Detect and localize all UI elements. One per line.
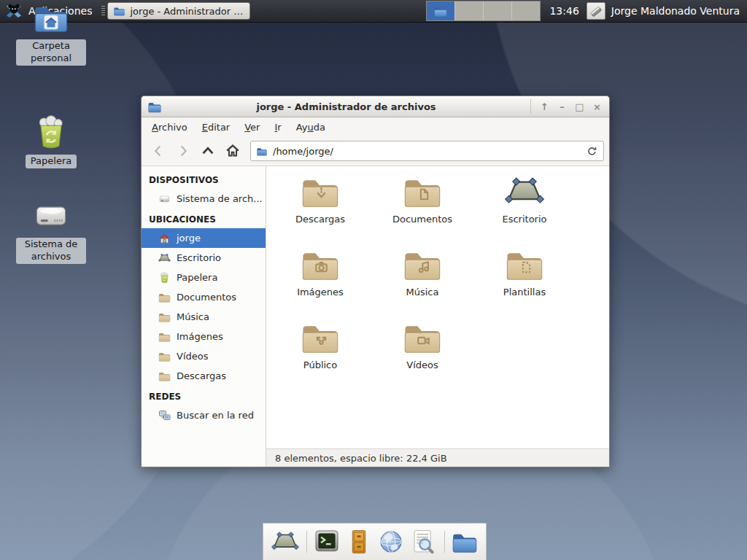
file-label: Documentos bbox=[392, 214, 452, 225]
dock-file-search-button[interactable] bbox=[409, 526, 437, 558]
dock-file-cabinet-button[interactable] bbox=[344, 526, 373, 558]
folder-icon bbox=[147, 101, 162, 113]
desktop-icon-label: Papelera bbox=[26, 155, 77, 168]
drive-icon bbox=[158, 193, 171, 205]
desktop-icon-label: Sistema de archivos bbox=[16, 238, 86, 264]
up-button[interactable] bbox=[196, 140, 220, 162]
sidebar-places-list: jorge Escritorio Papelera Documentos bbox=[142, 228, 266, 386]
trash-icon bbox=[158, 272, 171, 284]
sidebar-devices-list: Sistema de arch... bbox=[142, 189, 266, 209]
statusbar: 8 elementos, espacio libre: 22,4 GiB bbox=[266, 448, 609, 467]
folder-icon bbox=[256, 147, 268, 156]
menubar: ArchivoEditarVerIrAyuda bbox=[142, 117, 609, 136]
taskbar-window-button[interactable]: jorge - Administrador de... bbox=[107, 2, 250, 20]
desktop-icon-home[interactable]: Carpeta personal bbox=[16, 0, 86, 66]
file-musica[interactable]: Música bbox=[371, 248, 473, 321]
file-plantillas[interactable]: Plantillas bbox=[473, 248, 576, 321]
user-applet-button[interactable] bbox=[587, 2, 605, 20]
dock-terminal-button[interactable] bbox=[312, 526, 341, 558]
sidebar-item-escritorio[interactable]: Escritorio bbox=[142, 248, 266, 268]
home-button[interactable] bbox=[221, 140, 244, 162]
file-videos[interactable]: Vídeos bbox=[371, 321, 473, 394]
file-label: Público bbox=[303, 359, 337, 370]
file-manager-window: jorge - Administrador de archivos ↑–□× A… bbox=[141, 96, 610, 467]
menu-ir[interactable]: Ir bbox=[267, 120, 288, 135]
file-view: Descargas Documentos bbox=[266, 166, 609, 448]
file-descargas[interactable]: Descargas bbox=[269, 175, 371, 248]
workspace-switcher bbox=[426, 1, 541, 21]
em-video-icon bbox=[414, 330, 433, 349]
globe-icon bbox=[377, 529, 405, 555]
shade-button[interactable]: ↑ bbox=[537, 99, 552, 114]
statusbar-text: 8 elementos, espacio libre: 22,4 GiB bbox=[275, 453, 447, 464]
back-button[interactable] bbox=[147, 140, 170, 162]
path-entry[interactable]: /home/jorge/ bbox=[250, 141, 604, 161]
bottom-dock bbox=[263, 523, 487, 560]
cabinet-icon bbox=[345, 529, 373, 555]
sidebar-item-papelera[interactable]: Papelera bbox=[142, 268, 266, 287]
desktop: Aplicaciones jorge - Administrador de...… bbox=[0, 0, 747, 560]
sidebar-item-documentos[interactable]: Documentos bbox=[142, 287, 266, 307]
eraser-icon bbox=[589, 4, 603, 18]
trash-icon bbox=[32, 115, 70, 150]
workspace-1[interactable] bbox=[427, 1, 455, 20]
reload-icon bbox=[586, 145, 598, 158]
menu-ayuda[interactable]: Ayuda bbox=[289, 120, 333, 135]
file-label: Escritorio bbox=[502, 214, 546, 225]
workspace-3[interactable] bbox=[484, 1, 512, 20]
em-template-icon bbox=[516, 257, 535, 276]
file-publico[interactable]: Público bbox=[269, 321, 371, 394]
sidebar-item-videos[interactable]: Vídeos bbox=[142, 346, 266, 366]
drive-icon bbox=[32, 198, 70, 233]
chevron-up-icon bbox=[200, 143, 216, 159]
taskbar-window-label: jorge - Administrador de... bbox=[130, 6, 244, 17]
file-imagenes[interactable]: Imágenes bbox=[269, 248, 371, 321]
dock-show-desktop-button[interactable] bbox=[271, 526, 299, 558]
home-folder-icon bbox=[32, 0, 70, 35]
file-label: Música bbox=[406, 287, 439, 298]
sidebar-item-imagenes[interactable]: Imágenes bbox=[142, 327, 266, 346]
home-icon bbox=[158, 233, 171, 244]
minimize-button[interactable]: – bbox=[554, 99, 570, 114]
menu-archivo[interactable]: Archivo bbox=[144, 120, 195, 135]
reload-button[interactable] bbox=[586, 145, 598, 158]
folder-icon bbox=[158, 370, 171, 382]
file-documentos[interactable]: Documentos bbox=[371, 175, 473, 248]
workspace-2[interactable] bbox=[455, 1, 484, 20]
sidebar-header-devices: DISPOSITIVOS bbox=[142, 169, 266, 189]
sidebar-item-network[interactable]: Buscar en la red bbox=[142, 405, 266, 425]
sidebar-item-filesystem[interactable]: Sistema de arch... bbox=[142, 189, 266, 209]
toolbar: /home/jorge/ bbox=[142, 136, 609, 166]
desktop-icon bbox=[271, 529, 299, 555]
folder-icon bbox=[158, 331, 171, 343]
window-body: DISPOSITIVOS Sistema de arch... UBICACIO… bbox=[142, 166, 609, 467]
workspace-4[interactable] bbox=[512, 1, 540, 20]
desktop-icon bbox=[158, 252, 171, 264]
home-icon bbox=[225, 143, 241, 159]
folder-icon bbox=[113, 6, 125, 16]
desktop-icon-filesystem[interactable]: Sistema de archivos bbox=[16, 198, 86, 264]
window-miniature-icon bbox=[433, 5, 448, 18]
sidebar-item-musica[interactable]: Música bbox=[142, 307, 266, 327]
chevron-right-icon bbox=[175, 143, 191, 159]
desktop-icon-trash[interactable]: Papelera bbox=[16, 115, 86, 168]
tasklist-grip[interactable] bbox=[101, 6, 105, 17]
file-label: Vídeos bbox=[406, 359, 438, 370]
forward-button[interactable] bbox=[171, 140, 195, 162]
window-controls: ↑–□× bbox=[530, 99, 605, 114]
em-doc-icon bbox=[414, 184, 433, 203]
sidebar-item-jorge[interactable]: jorge bbox=[142, 228, 266, 248]
maximize-button[interactable]: □ bbox=[572, 99, 587, 114]
file-escritorio[interactable]: Escritorio bbox=[473, 175, 576, 248]
top-panel: Aplicaciones jorge - Administrador de...… bbox=[0, 0, 747, 23]
menu-editar[interactable]: Editar bbox=[195, 120, 238, 135]
dock-web-browser-button[interactable] bbox=[376, 526, 405, 558]
close-button[interactable]: × bbox=[589, 99, 605, 114]
sidebar-header-network: REDES bbox=[142, 386, 266, 405]
menu-ver[interactable]: Ver bbox=[237, 120, 267, 135]
sidebar-network-list: Buscar en la red bbox=[142, 405, 266, 425]
sidebar-item-descargas[interactable]: Descargas bbox=[142, 366, 266, 386]
dock-file-manager-button[interactable] bbox=[450, 526, 479, 558]
titlebar[interactable]: jorge - Administrador de archivos ↑–□× bbox=[142, 96, 609, 117]
clock: 13:46 bbox=[549, 5, 578, 17]
